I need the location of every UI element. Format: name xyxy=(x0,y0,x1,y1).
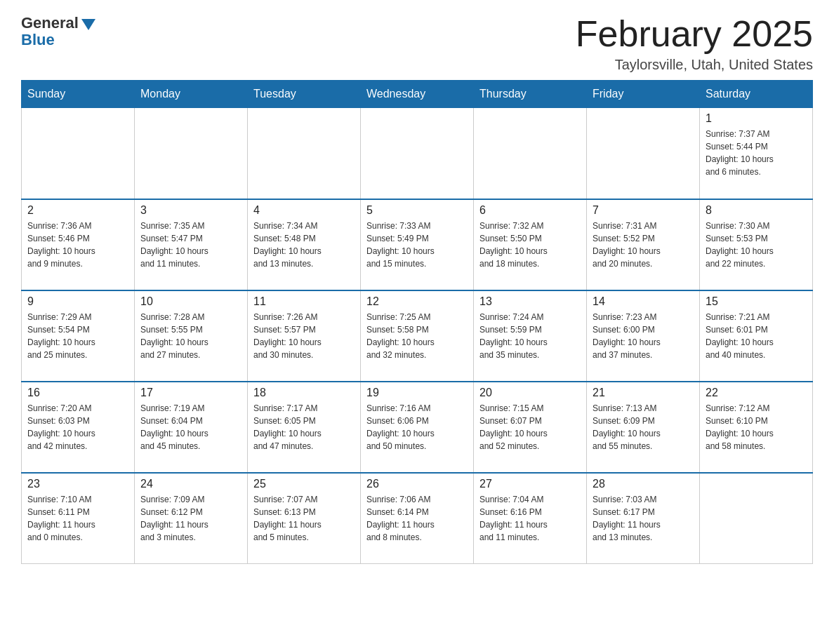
table-row: 25Sunrise: 7:07 AMSunset: 6:13 PMDayligh… xyxy=(248,473,361,564)
calendar-week-row: 23Sunrise: 7:10 AMSunset: 6:11 PMDayligh… xyxy=(22,473,813,564)
day-number: 6 xyxy=(479,204,581,217)
table-row xyxy=(361,108,474,199)
day-info: Sunrise: 7:06 AMSunset: 6:14 PMDaylight:… xyxy=(366,493,468,544)
table-row: 20Sunrise: 7:15 AMSunset: 6:07 PMDayligh… xyxy=(474,382,587,473)
table-row: 8Sunrise: 7:30 AMSunset: 5:53 PMDaylight… xyxy=(700,199,813,290)
table-row: 22Sunrise: 7:12 AMSunset: 6:10 PMDayligh… xyxy=(700,382,813,473)
day-info: Sunrise: 7:21 AMSunset: 6:01 PMDaylight:… xyxy=(706,311,807,361)
table-row: 27Sunrise: 7:04 AMSunset: 6:16 PMDayligh… xyxy=(474,473,587,564)
day-info: Sunrise: 7:30 AMSunset: 5:53 PMDaylight:… xyxy=(706,220,807,270)
day-info: Sunrise: 7:20 AMSunset: 6:03 PMDaylight:… xyxy=(27,402,128,452)
table-row: 26Sunrise: 7:06 AMSunset: 6:14 PMDayligh… xyxy=(361,473,474,564)
day-number: 28 xyxy=(593,478,694,490)
calendar-week-row: 1Sunrise: 7:37 AMSunset: 5:44 PMDaylight… xyxy=(22,108,813,199)
day-info: Sunrise: 7:35 AMSunset: 5:47 PMDaylight:… xyxy=(140,220,241,270)
logo-general-text: General xyxy=(21,14,79,32)
day-number: 18 xyxy=(253,387,355,399)
day-info: Sunrise: 7:03 AMSunset: 6:17 PMDaylight:… xyxy=(593,493,694,544)
table-row: 28Sunrise: 7:03 AMSunset: 6:17 PMDayligh… xyxy=(587,473,700,564)
table-row: 5Sunrise: 7:33 AMSunset: 5:49 PMDaylight… xyxy=(361,199,474,290)
day-number: 24 xyxy=(140,478,241,490)
month-title: February 2025 xyxy=(576,14,813,54)
day-number: 2 xyxy=(27,204,128,217)
calendar-table: Sunday Monday Tuesday Wednesday Thursday… xyxy=(21,80,813,564)
table-row: 17Sunrise: 7:19 AMSunset: 6:04 PMDayligh… xyxy=(135,382,248,473)
day-number: 1 xyxy=(706,112,807,125)
day-info: Sunrise: 7:33 AMSunset: 5:49 PMDaylight:… xyxy=(366,220,468,270)
day-number: 26 xyxy=(366,478,468,490)
table-row: 9Sunrise: 7:29 AMSunset: 5:54 PMDaylight… xyxy=(22,290,135,382)
table-row xyxy=(248,108,361,199)
day-number: 7 xyxy=(593,204,694,217)
day-number: 13 xyxy=(479,295,581,308)
table-row: 12Sunrise: 7:25 AMSunset: 5:58 PMDayligh… xyxy=(361,290,474,382)
day-info: Sunrise: 7:37 AMSunset: 5:44 PMDaylight:… xyxy=(706,128,807,178)
day-info: Sunrise: 7:23 AMSunset: 6:00 PMDaylight:… xyxy=(593,311,694,361)
day-number: 25 xyxy=(253,478,355,490)
day-info: Sunrise: 7:15 AMSunset: 6:07 PMDaylight:… xyxy=(479,402,581,452)
table-row: 7Sunrise: 7:31 AMSunset: 5:52 PMDaylight… xyxy=(587,199,700,290)
header-sunday: Sunday xyxy=(22,81,135,108)
day-info: Sunrise: 7:36 AMSunset: 5:46 PMDaylight:… xyxy=(27,220,128,270)
day-number: 10 xyxy=(140,295,241,308)
header-thursday: Thursday xyxy=(474,81,587,108)
day-number: 27 xyxy=(479,478,581,490)
table-row: 10Sunrise: 7:28 AMSunset: 5:55 PMDayligh… xyxy=(135,290,248,382)
table-row: 4Sunrise: 7:34 AMSunset: 5:48 PMDaylight… xyxy=(248,199,361,290)
table-row: 14Sunrise: 7:23 AMSunset: 6:00 PMDayligh… xyxy=(587,290,700,382)
day-number: 17 xyxy=(140,387,241,399)
table-row xyxy=(474,108,587,199)
day-number: 20 xyxy=(479,387,581,399)
day-info: Sunrise: 7:28 AMSunset: 5:55 PMDaylight:… xyxy=(140,311,241,361)
day-info: Sunrise: 7:13 AMSunset: 6:09 PMDaylight:… xyxy=(593,402,694,452)
day-number: 23 xyxy=(27,478,128,490)
day-number: 3 xyxy=(140,204,241,217)
table-row: 18Sunrise: 7:17 AMSunset: 6:05 PMDayligh… xyxy=(248,382,361,473)
day-number: 12 xyxy=(366,295,468,308)
logo-blue-text: Blue xyxy=(21,31,55,49)
day-number: 21 xyxy=(593,387,694,399)
day-info: Sunrise: 7:19 AMSunset: 6:04 PMDaylight:… xyxy=(140,402,241,452)
table-row: 16Sunrise: 7:20 AMSunset: 6:03 PMDayligh… xyxy=(22,382,135,473)
table-row xyxy=(700,473,813,564)
title-section: February 2025 Taylorsville, Utah, United… xyxy=(576,14,813,73)
day-info: Sunrise: 7:25 AMSunset: 5:58 PMDaylight:… xyxy=(366,311,468,361)
table-row xyxy=(587,108,700,199)
day-number: 22 xyxy=(706,387,807,399)
calendar-week-row: 9Sunrise: 7:29 AMSunset: 5:54 PMDaylight… xyxy=(22,290,813,382)
day-info: Sunrise: 7:10 AMSunset: 6:11 PMDaylight:… xyxy=(27,493,128,544)
day-info: Sunrise: 7:17 AMSunset: 6:05 PMDaylight:… xyxy=(253,402,355,452)
day-number: 5 xyxy=(366,204,468,217)
day-number: 4 xyxy=(253,204,355,217)
day-number: 9 xyxy=(27,295,128,308)
table-row: 19Sunrise: 7:16 AMSunset: 6:06 PMDayligh… xyxy=(361,382,474,473)
table-row: 24Sunrise: 7:09 AMSunset: 6:12 PMDayligh… xyxy=(135,473,248,564)
table-row: 2Sunrise: 7:36 AMSunset: 5:46 PMDaylight… xyxy=(22,199,135,290)
day-number: 14 xyxy=(593,295,694,308)
header-wednesday: Wednesday xyxy=(361,81,474,108)
table-row: 6Sunrise: 7:32 AMSunset: 5:50 PMDaylight… xyxy=(474,199,587,290)
day-info: Sunrise: 7:07 AMSunset: 6:13 PMDaylight:… xyxy=(253,493,355,544)
day-info: Sunrise: 7:32 AMSunset: 5:50 PMDaylight:… xyxy=(479,220,581,270)
day-number: 15 xyxy=(706,295,807,308)
logo-triangle-icon xyxy=(81,19,95,30)
table-row: 23Sunrise: 7:10 AMSunset: 6:11 PMDayligh… xyxy=(22,473,135,564)
calendar-header-row: Sunday Monday Tuesday Wednesday Thursday… xyxy=(22,81,813,108)
day-info: Sunrise: 7:29 AMSunset: 5:54 PMDaylight:… xyxy=(27,311,128,361)
day-info: Sunrise: 7:09 AMSunset: 6:12 PMDaylight:… xyxy=(140,493,241,544)
day-number: 8 xyxy=(706,204,807,217)
header-friday: Friday xyxy=(587,81,700,108)
day-info: Sunrise: 7:12 AMSunset: 6:10 PMDaylight:… xyxy=(706,402,807,452)
header-monday: Monday xyxy=(135,81,248,108)
table-row: 21Sunrise: 7:13 AMSunset: 6:09 PMDayligh… xyxy=(587,382,700,473)
table-row: 13Sunrise: 7:24 AMSunset: 5:59 PMDayligh… xyxy=(474,290,587,382)
day-number: 19 xyxy=(366,387,468,399)
day-info: Sunrise: 7:31 AMSunset: 5:52 PMDaylight:… xyxy=(593,220,694,270)
table-row xyxy=(22,108,135,199)
calendar-week-row: 16Sunrise: 7:20 AMSunset: 6:03 PMDayligh… xyxy=(22,382,813,473)
table-row: 1Sunrise: 7:37 AMSunset: 5:44 PMDaylight… xyxy=(700,108,813,199)
day-info: Sunrise: 7:34 AMSunset: 5:48 PMDaylight:… xyxy=(253,220,355,270)
day-info: Sunrise: 7:04 AMSunset: 6:16 PMDaylight:… xyxy=(479,493,581,544)
location: Taylorsville, Utah, United States xyxy=(576,57,813,73)
page-header: General Blue February 2025 Taylorsville,… xyxy=(21,14,813,73)
